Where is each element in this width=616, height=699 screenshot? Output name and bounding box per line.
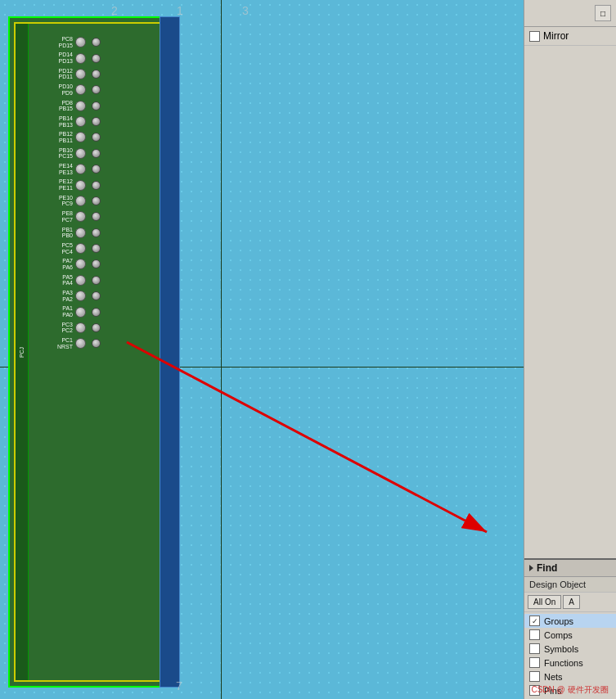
- comps-label: Comps: [544, 630, 573, 640]
- pin-circle-secondary: [92, 244, 101, 253]
- pin-row: PD10PD9: [32, 83, 163, 96]
- mirror-label: Mirror: [543, 30, 569, 42]
- pin-circle-secondary: [92, 276, 101, 285]
- pin-circle-secondary: [92, 323, 101, 332]
- pin-circle: [75, 307, 86, 318]
- pin-circle-secondary: [92, 133, 101, 142]
- pin-row: PE10PC9: [32, 195, 163, 207]
- functions-checkbox[interactable]: [529, 657, 540, 668]
- find-item-symbols[interactable]: Symbols: [524, 642, 616, 656]
- pcb-blue-stripe: [160, 16, 180, 688]
- pin-row: PB14PB13: [32, 115, 163, 128]
- left-component-label: PCJ: [19, 346, 25, 357]
- pin-circle-secondary: [92, 196, 101, 205]
- all-on-button[interactable]: All On: [528, 595, 561, 609]
- nets-checkbox[interactable]: [529, 671, 540, 682]
- functions-label: Functions: [544, 658, 583, 668]
- pin-row: PD12PD11: [32, 68, 163, 80]
- pin-circle-secondary: [92, 85, 101, 94]
- pin-row: PC5PC4: [32, 242, 163, 255]
- pin-circle-secondary: [92, 149, 101, 158]
- pcb-board: PCJ PC8PD15PD14PD13PD12PD11PD10PD9PD8PB1…: [8, 16, 168, 688]
- pin-circle: [75, 196, 86, 206]
- pin-circle: [75, 291, 86, 301]
- mirror-checkbox[interactable]: [529, 31, 540, 42]
- pin-circle: [75, 101, 86, 111]
- pin-circle-secondary: [92, 54, 101, 63]
- pin-row: PB12PB11: [32, 131, 163, 143]
- pin-circle-secondary: [92, 291, 101, 300]
- pin-circle: [75, 69, 86, 79]
- symbols-checkbox[interactable]: [529, 643, 540, 654]
- pin-row: PA5PA4: [32, 274, 163, 286]
- pin-circle-secondary: [92, 308, 101, 317]
- nets-label: Nets: [544, 672, 563, 682]
- pin-row: PA7PA6: [32, 258, 163, 270]
- svg-line-1: [127, 342, 487, 532]
- pin-circle: [75, 322, 86, 333]
- crosshair-vertical: [221, 0, 222, 699]
- pin-circle: [75, 228, 86, 238]
- pin-circle-secondary: [92, 70, 101, 79]
- pin-row: PB10PC15: [32, 147, 163, 160]
- pin-circle: [75, 211, 86, 222]
- find-buttons-row: All On A: [524, 593, 616, 612]
- design-object-header: Design Object: [524, 577, 616, 593]
- pin-circle: [75, 148, 86, 159]
- top-panel-button[interactable]: □: [595, 5, 611, 21]
- panel-spacer: [524, 46, 616, 558]
- pin-circle: [75, 132, 86, 142]
- right-panel: □ Mirror Find Design Object All On A Gro…: [524, 0, 616, 699]
- pin-circle-secondary: [92, 165, 101, 174]
- pin-row: PD8PB15: [32, 100, 163, 112]
- pin-circle: [75, 180, 86, 191]
- pin-circle-secondary: [92, 38, 101, 47]
- find-title: Find: [537, 562, 557, 574]
- pin-row: PE12PE11: [32, 178, 163, 191]
- pin-circle: [75, 84, 86, 95]
- watermark: CSDN @ 硬件开发圈: [524, 684, 616, 696]
- pin-circle: [75, 243, 86, 254]
- pin-circle: [75, 164, 86, 174]
- pin-row: PC8PD15: [32, 36, 163, 48]
- pin-circle: [75, 259, 86, 269]
- pin-row: PE8PC7: [32, 210, 163, 223]
- pin-circle: [75, 37, 86, 47]
- mirror-row: Mirror: [524, 27, 616, 46]
- find-triangle-icon: [529, 565, 533, 571]
- pin-row: PA3PA2: [32, 290, 163, 302]
- groups-checkbox[interactable]: [529, 616, 540, 626]
- pcb-board-inner: PCJ PC8PD15PD14PD13PD12PD11PD10PD9PD8PB1…: [14, 22, 162, 682]
- grid-number-7: 7: [176, 679, 182, 692]
- pin-circle-secondary: [92, 212, 101, 221]
- pin-row: PA1PA0: [32, 305, 163, 318]
- pin-row: PE14PE13: [32, 163, 163, 175]
- pins-area: PC8PD15PD14PD13PD12PD11PD10PD9PD8PB15PB1…: [32, 36, 163, 354]
- all-off-button[interactable]: A: [563, 595, 580, 609]
- pin-circle: [75, 53, 86, 64]
- find-item-comps[interactable]: Comps: [524, 628, 616, 642]
- find-header: Find: [524, 560, 616, 577]
- comps-checkbox[interactable]: [529, 629, 540, 640]
- pin-row: PC3PC2: [32, 322, 163, 334]
- pin-circle-secondary: [92, 259, 101, 268]
- pin-circle-secondary: [92, 339, 101, 348]
- pin-circle-secondary: [92, 181, 101, 190]
- pin-circle: [75, 116, 86, 127]
- groups-label: Groups: [544, 616, 573, 626]
- pin-circle: [75, 338, 86, 349]
- pcb-canvas[interactable]: PCJ PC8PD15PD14PD13PD12PD11PD10PD9PD8PB1…: [0, 0, 524, 699]
- find-item-groups[interactable]: Groups: [524, 614, 616, 628]
- pin-circle-secondary: [92, 228, 101, 237]
- pin-row: PB1PB0: [32, 227, 163, 239]
- grid-numbers-top: 2 1 3: [0, 4, 278, 17]
- find-item-nets[interactable]: Nets: [524, 670, 616, 683]
- find-section: Find Design Object All On A GroupsCompsS…: [524, 558, 616, 699]
- pin-circle-secondary: [92, 117, 101, 126]
- pin-row: PC1NRST: [32, 337, 163, 350]
- top-panel-section: □: [524, 0, 616, 27]
- pin-circle: [75, 275, 86, 286]
- pin-circle-secondary: [92, 101, 101, 110]
- find-item-functions[interactable]: Functions: [524, 656, 616, 670]
- symbols-label: Symbols: [544, 644, 578, 654]
